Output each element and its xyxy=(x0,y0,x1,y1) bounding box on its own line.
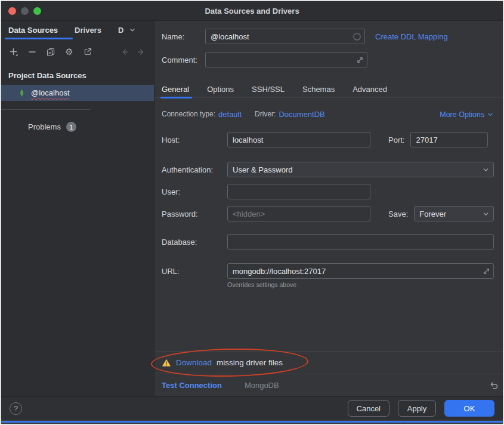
driver-label: Driver: xyxy=(255,110,276,119)
ok-button[interactable]: OK xyxy=(444,400,494,417)
connection-type-value-link[interactable]: default xyxy=(218,110,242,119)
connection-type-label: Connection type: xyxy=(162,110,215,119)
database-row: Database: xyxy=(162,234,494,250)
revert-icon[interactable] xyxy=(488,380,499,390)
expand-editor-icon[interactable] xyxy=(356,56,364,64)
help-button[interactable]: ? xyxy=(10,402,22,415)
data-source-item-localhost[interactable]: @localhost xyxy=(1,85,154,101)
comment-input[interactable] xyxy=(205,52,367,67)
window-title: Data Sources and Drivers xyxy=(1,7,503,16)
user-input[interactable] xyxy=(227,184,370,199)
create-ddl-mapping-link[interactable]: Create DDL Mapping xyxy=(375,32,448,41)
host-input[interactable] xyxy=(227,132,370,147)
comment-row: Comment: xyxy=(162,52,495,67)
tab-ddl-truncated[interactable]: D xyxy=(118,26,123,35)
data-sources-dialog: Data Sources and Drivers Data Sources Dr… xyxy=(1,1,503,420)
tab-data-sources[interactable]: Data Sources xyxy=(8,26,58,35)
more-options-link[interactable]: More Options xyxy=(440,110,494,119)
save-select[interactable]: Forever xyxy=(414,206,494,221)
url-label: URL: xyxy=(162,267,227,276)
url-row: URL: xyxy=(162,263,494,279)
remove-icon[interactable] xyxy=(27,47,37,57)
tree-separator xyxy=(1,109,91,110)
project-data-sources-header: Project Data Sources xyxy=(1,63,154,82)
tab-advanced[interactable]: Advanced xyxy=(353,85,387,94)
url-hint: Overrides settings above xyxy=(227,281,494,288)
back-arrow-icon[interactable] xyxy=(120,47,129,57)
user-label: User: xyxy=(162,187,227,196)
database-input[interactable] xyxy=(227,234,494,250)
database-label: Database: xyxy=(162,238,227,247)
tab-general[interactable]: General xyxy=(162,85,189,94)
tab-schemas[interactable]: Schemas xyxy=(302,85,335,94)
warning-text: missing driver files xyxy=(217,358,283,367)
sidebar-tabs: Data Sources Drivers D xyxy=(1,21,154,39)
password-input[interactable] xyxy=(227,206,370,221)
export-icon[interactable] xyxy=(83,47,92,57)
settings-tabs: General Options SSH/SSL Schemas Advanced xyxy=(154,81,503,98)
problems-count-badge: 1 xyxy=(66,122,76,132)
tab-ssh-ssl[interactable]: SSH/SSL xyxy=(252,85,285,94)
dialog-footer: ? Cancel Apply OK xyxy=(1,396,503,420)
cancel-button[interactable]: Cancel xyxy=(348,400,389,417)
forward-arrow-icon[interactable] xyxy=(137,47,146,57)
url-input[interactable] xyxy=(227,263,494,279)
download-driver-link[interactable]: Download xyxy=(176,358,212,367)
chevron-down-icon xyxy=(482,210,490,218)
tab-options[interactable]: Options xyxy=(207,85,234,94)
connection-type-row: Connection type: default Driver: Documen… xyxy=(162,110,494,119)
refresh-spinner-icon xyxy=(353,32,361,41)
name-input[interactable] xyxy=(205,29,365,44)
active-tab-indicator xyxy=(160,97,192,98)
screenshot-frame: Data Sources and Drivers Data Sources Dr… xyxy=(1,1,503,424)
connection-form: Host: Port: Authentication: User & Passw… xyxy=(162,132,494,288)
password-row: Password: Save: Forever xyxy=(162,206,494,221)
expand-editor-icon[interactable] xyxy=(483,267,490,275)
data-source-label: @localhost xyxy=(31,88,70,97)
port-label: Port: xyxy=(388,135,404,144)
test-connection-row: Test Connection MongoDB xyxy=(154,374,503,396)
comment-label: Comment: xyxy=(162,56,205,64)
bottom-blue-line xyxy=(1,421,503,423)
title-bar: Data Sources and Drivers xyxy=(1,1,503,21)
password-label: Password: xyxy=(162,210,227,218)
user-row: User: xyxy=(162,184,494,199)
sidebar: Data Sources Drivers D xyxy=(1,21,154,396)
add-data-source-icon[interactable] xyxy=(9,47,18,57)
test-connection-link[interactable]: Test Connection xyxy=(162,381,222,390)
settings-gear-icon[interactable]: ⚙ xyxy=(64,47,74,57)
port-input[interactable] xyxy=(410,132,488,147)
save-value: Forever xyxy=(419,210,446,218)
chevron-down-icon xyxy=(482,166,490,174)
name-row: Name: Create DDL Mapping xyxy=(162,29,495,44)
host-label: Host: xyxy=(162,135,227,144)
driver-warning-row: Download missing driver files xyxy=(154,351,503,374)
mongodb-leaf-icon xyxy=(17,88,26,98)
problems-item[interactable]: Problems 1 xyxy=(1,122,154,132)
chevron-down-icon[interactable] xyxy=(128,26,137,34)
warning-triangle-icon xyxy=(162,358,171,367)
more-options-label: More Options xyxy=(440,110,484,119)
authentication-row: Authentication: User & Password xyxy=(162,162,494,177)
chevron-down-icon xyxy=(487,111,494,118)
authentication-value: User & Password xyxy=(233,165,292,174)
authentication-label: Authentication: xyxy=(162,165,227,174)
active-tab-indicator xyxy=(5,38,73,39)
problems-label: Problems xyxy=(28,122,61,131)
tab-drivers[interactable]: Drivers xyxy=(75,26,101,35)
driver-value-link[interactable]: DocumentDB xyxy=(279,110,324,119)
authentication-select[interactable]: User & Password xyxy=(227,162,494,177)
apply-button[interactable]: Apply xyxy=(398,400,436,417)
name-label: Name: xyxy=(162,32,205,41)
main-panel: Name: Create DDL Mapping Comment: xyxy=(154,21,503,396)
driver-name-text: MongoDB xyxy=(245,381,279,390)
sidebar-toolbar: ⚙ xyxy=(1,41,154,63)
save-label: Save: xyxy=(388,210,408,218)
host-row: Host: Port: xyxy=(162,132,494,147)
duplicate-icon[interactable] xyxy=(46,47,55,57)
main-bottom-section: Download missing driver files Test Conne… xyxy=(154,351,503,396)
